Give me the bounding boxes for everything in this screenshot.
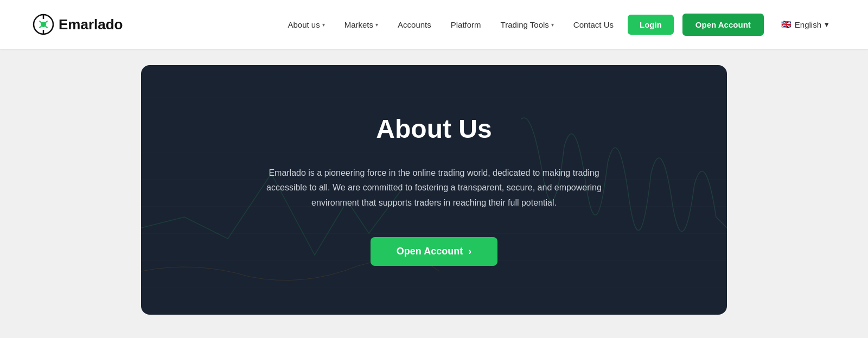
logo-text: Emarlado (59, 16, 123, 33)
chevron-down-icon: ▾ (551, 22, 554, 28)
nav-about-us[interactable]: About us ▾ (280, 16, 332, 34)
nav-trading-tools[interactable]: Trading Tools ▾ (493, 16, 561, 34)
chevron-down-icon: ▾ (825, 20, 829, 29)
hero-title: About Us (376, 114, 492, 144)
nav-accounts[interactable]: Accounts (390, 16, 439, 34)
nav-markets[interactable]: Markets ▾ (337, 16, 386, 34)
chevron-down-icon: ▾ (375, 22, 378, 28)
open-account-button[interactable]: Open Account (682, 14, 764, 36)
nav-platform[interactable]: Platform (443, 16, 489, 34)
main-nav: About us ▾ Markets ▾ Accounts Platform T… (280, 14, 835, 36)
main-content: About Us Emarlado is a pioneering force … (0, 49, 868, 331)
hero-card: About Us Emarlado is a pioneering force … (141, 65, 727, 315)
chevron-down-icon: ▾ (322, 22, 325, 28)
arrow-right-icon: › (468, 246, 471, 257)
nav-contact-us[interactable]: Contact Us (566, 16, 621, 34)
hero-open-account-button[interactable]: Open Account › (371, 237, 497, 266)
logo-icon (33, 14, 54, 35)
language-selector[interactable]: 🇬🇧 English ▾ (775, 15, 835, 34)
hero-description: Emarlado is a pioneering force in the on… (250, 165, 618, 210)
header: Emarlado About us ▾ Markets ▾ Accounts P… (0, 0, 868, 49)
logo-area[interactable]: Emarlado (33, 14, 123, 35)
flag-icon: 🇬🇧 (781, 20, 792, 29)
login-button[interactable]: Login (628, 15, 674, 35)
